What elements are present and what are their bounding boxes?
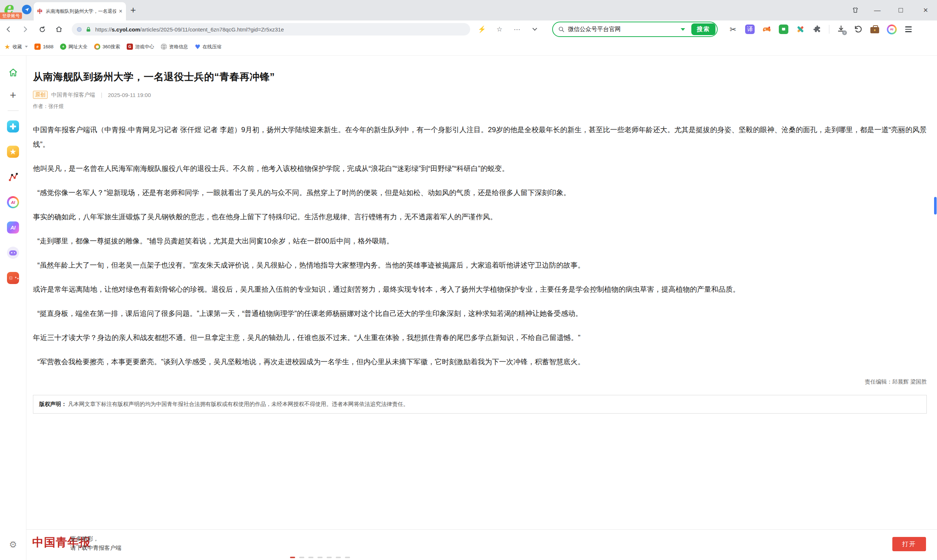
translate-icon[interactable]: 译 — [743, 22, 757, 37]
paragraph: 他叫吴凡，是一名曾在人民海军南海舰队服役八年的退役士兵。不久前，他考入该校植物保… — [33, 161, 927, 176]
sidebar-ai-square-icon[interactable]: AI — [7, 222, 19, 234]
paragraph: “感觉你像一名军人？”迎新现场，还是有老师和同学，一眼就看出了吴凡的与众不同。虽… — [33, 185, 927, 200]
editor-credit: 责任编辑：邱晨辉 梁国胜 — [33, 378, 927, 385]
address-bar[interactable]: https://s.cyol.com/articles/2025-09/11/c… — [72, 23, 470, 35]
url-text[interactable]: https://s.cyol.com/articles/2025-09/11/c… — [95, 26, 284, 32]
dropdown-chevron-icon[interactable] — [526, 22, 543, 37]
bookmark-compress-heart-icon: ♥ — [195, 43, 200, 51]
paragraph: 或许是常年远离陆地，让他对绿色有着刻骨铭心的珍视。退役后，吴凡重拾入伍前的专业知… — [33, 282, 927, 297]
settings-gear-icon[interactable]: ⚙ — [6, 538, 20, 551]
favorites-star-icon: ★ — [5, 43, 10, 51]
restore-button[interactable] — [894, 0, 907, 20]
article-source: 中国青年报客户端 — [51, 91, 95, 98]
bookmark-1688[interactable]: e 1688 — [34, 43, 54, 50]
bookmarks-bar: ★ 收藏 e 1688 + 网址大全 360搜索 G 游戏中心 资格信息 ♥ 在… — [0, 38, 937, 55]
lock-icon — [85, 26, 91, 32]
bookmark-1688-icon: e — [34, 43, 41, 50]
favorites-caret-icon — [25, 46, 28, 48]
carousel-dot[interactable] — [345, 557, 350, 558]
tab-title: 从南海舰队到扬州大学，一名退役士兵的“青春再冲锋” — [46, 8, 116, 15]
bookmark-360search[interactable]: 360搜索 — [94, 43, 120, 50]
article-body: 中国青年报客户端讯（中青报·中青网见习记者 张仟煜 记者 李超）9月初，扬州大学… — [33, 122, 927, 369]
forward-button[interactable] — [17, 22, 34, 37]
sidebar-gamepad-icon[interactable] — [7, 272, 19, 284]
bookmark-compress[interactable]: ♥ 在线压缩 — [195, 43, 222, 51]
x-extension-icon[interactable] — [793, 22, 808, 37]
bookmark-zige[interactable]: 资格信息 — [161, 43, 188, 50]
carousel-dot[interactable] — [336, 557, 341, 558]
theme-skin-icon[interactable] — [849, 0, 861, 20]
article-date: 2025-09-11 19:00 — [108, 92, 151, 98]
favorites-menu[interactable]: ★ 收藏 — [5, 43, 28, 51]
reader-mode-icon[interactable] — [77, 27, 82, 32]
bookmark-gamecenter-icon: G — [127, 43, 133, 50]
article-author: 作者：张仟煜 — [33, 103, 927, 110]
bookmark-wangzhi-icon: + — [60, 43, 66, 50]
sidebar-favorites-icon[interactable]: ★ — [7, 146, 19, 158]
sidebar-divider — [8, 111, 18, 111]
search-icon — [558, 26, 565, 32]
carousel-dot[interactable] — [308, 557, 313, 558]
carousel-dots[interactable] — [290, 557, 350, 558]
sidebar-quicknav-icon[interactable] — [7, 120, 19, 132]
bookmark-360search-icon — [94, 43, 100, 50]
carousel-dot[interactable] — [290, 557, 295, 558]
original-badge: 原创 — [33, 91, 48, 99]
page-footer: 中国青年报 更多精彩， 请下载中青报客户端 打开 — [26, 529, 937, 560]
meta-separator: ｜ — [99, 91, 104, 98]
copyright-notice: 版权声明：凡本网文章下标注有版权声明的均为中国青年报社合法拥有版权或有权使用的作… — [33, 395, 927, 414]
ai-assistant-icon[interactable]: AI — [884, 22, 899, 37]
page-content: 从南海舰队到扬州大学，一名退役士兵的“青春再冲锋” 原创 中国青年报客户端 ｜ … — [26, 55, 937, 560]
bookmark-wangzhi[interactable]: + 网址大全 — [60, 43, 88, 50]
undo-restore-icon[interactable] — [851, 22, 865, 37]
tab-close-icon[interactable]: × — [119, 8, 122, 15]
back-button[interactable] — [0, 22, 17, 37]
reading-mode-book-icon[interactable] — [776, 22, 791, 37]
carousel-dot[interactable] — [299, 557, 304, 558]
search-box[interactable]: 微信公众号平台官网 搜索 — [552, 22, 718, 37]
carousel-dot[interactable] — [327, 557, 332, 558]
briefcase-icon[interactable] — [868, 22, 882, 37]
scrollbar-thumb[interactable] — [934, 197, 937, 214]
open-app-button[interactable]: 打开 — [892, 537, 926, 551]
game-center-icon[interactable] — [760, 22, 774, 37]
login-account-badge[interactable]: 登录账号 — [0, 12, 22, 19]
extensions-puzzle-icon[interactable] — [810, 22, 824, 37]
paragraph: 中国青年报客户端讯（中青报·中青网见习记者 张仟煜 记者 李超）9月初，扬州大学… — [33, 122, 927, 152]
screenshot-scissors-icon[interactable]: ✂ — [726, 22, 740, 37]
paragraph: “虽然年龄上大了一旬，但老吴一点架子也没有。”室友朱天成评价说，吴凡很贴心，热情… — [33, 258, 927, 272]
article-title: 从南海舰队到扬州大学，一名退役士兵的“青春再冲锋” — [33, 70, 927, 83]
sidebar-ai-ring-icon[interactable]: AI — [7, 196, 19, 208]
quick-launch-bolt-icon[interactable]: ⚡ — [473, 22, 491, 37]
paragraph: “挺直身板，端坐在第一排，课后追问了很多问题。”上课第一天，“普通植物病理学”的… — [33, 306, 927, 321]
search-button[interactable]: 搜索 — [691, 23, 715, 35]
download-icon[interactable]: v — [834, 22, 848, 37]
tab-favicon: 中 — [37, 8, 43, 15]
copyright-label: 版权声明： — [39, 401, 67, 407]
close-window-button[interactable]: × — [919, 0, 932, 20]
search-dropdown-icon[interactable] — [681, 28, 685, 31]
more-options-icon[interactable]: ··· — [508, 22, 526, 37]
tab-bar: e 登录账号 中 从南海舰队到扬州大学，一名退役士兵的“青春再冲锋” × + —… — [0, 0, 937, 20]
paragraph: “走到哪里，都像一尊挺拔的雕像。”辅导员龚超笑着说，尤其是大出同窗10余岁，站在… — [33, 234, 927, 248]
refresh-button[interactable] — [34, 22, 51, 37]
new-tab-button[interactable]: + — [130, 4, 136, 16]
minimize-button[interactable]: — — [871, 0, 883, 20]
search-input[interactable]: 微信公众号平台官网 — [568, 26, 677, 33]
bookmark-zige-globe-icon — [161, 43, 167, 50]
sidebar-add-icon[interactable]: + — [6, 89, 20, 102]
paragraph: 年近三十才读大学？身边的亲人和战友都想不通。但一旦拿定主意，吴凡的轴劲儿，任谁也… — [33, 330, 927, 345]
home-button[interactable] — [51, 22, 67, 37]
paragraph: “军营教会我枪要擦亮，本事更要磨亮。”谈到入学感受，吴凡坚毅地说，再次走进校园成… — [33, 354, 927, 369]
sidebar-robot-icon[interactable] — [7, 247, 19, 259]
bookmark-star-icon[interactable]: ☆ — [491, 22, 508, 37]
sidebar-network-graph-icon[interactable] — [7, 171, 19, 183]
menu-hamburger-icon[interactable] — [901, 22, 916, 37]
sidebar-home-icon[interactable] — [6, 66, 20, 79]
browser-tab[interactable]: 中 从南海舰队到扬州大学，一名退役士兵的“青春再冲锋” × — [34, 2, 126, 20]
bookmark-gamecenter[interactable]: G 游戏中心 — [127, 43, 154, 50]
paper-plane-icon[interactable] — [22, 5, 31, 14]
left-sidebar: + ★ AI AI ⚙ — [0, 55, 26, 560]
carousel-dot[interactable] — [317, 557, 322, 558]
app-promo-text: 更多精彩， 请下载中青报客户端 — [70, 534, 122, 552]
